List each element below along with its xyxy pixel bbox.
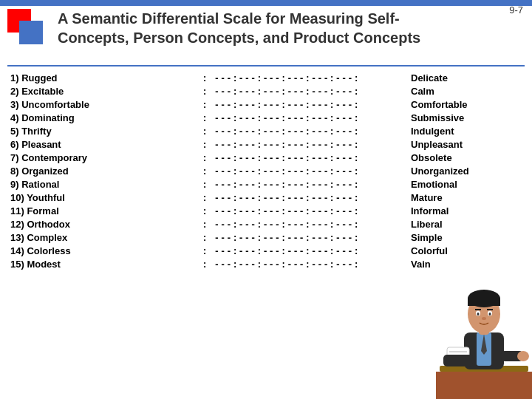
scale-marks: : ---:---:---:---:---:---: (155, 167, 406, 177)
svg-point-15 (482, 317, 486, 320)
scale-marks: : ---:---:---:---:---:---: (155, 127, 406, 137)
svg-point-12 (489, 313, 491, 316)
accent-squares (7, 9, 52, 53)
right-concept-label: Mature (406, 192, 525, 203)
scale-marks: : ---:---:---:---:---:---: (155, 247, 406, 257)
title-block: A Semantic Differential Scale for Measur… (58, 9, 488, 47)
table-row: 7) Contemporary: ---:---:---:---:---:---… (7, 152, 525, 164)
left-concept-label: 8) Organized (7, 166, 155, 177)
slide-number: 9-7 (509, 4, 523, 16)
left-concept-label: 11) Formal (7, 205, 155, 216)
table-row: 12) Orthodox: ---:---:---:---:---:---: L… (7, 219, 525, 231)
scale-marks: : ---:---:---:---:---:---: (155, 180, 406, 191)
right-concept-label: Calm (406, 86, 525, 97)
table-row: 11) Formal: ---:---:---:---:---:---: Inf… (7, 205, 525, 217)
table-row: 14) Colorless: ---:---:---:---:---:---: … (7, 245, 525, 257)
left-concept-label: 9) Rational (7, 179, 155, 190)
table-row: 8) Organized: ---:---:---:---:---:---: U… (7, 166, 525, 177)
right-concept-label: Colorful (406, 245, 525, 256)
table-row: 9) Rational: ---:---:---:---:---:---: Em… (7, 179, 525, 191)
table-row: 1) Rugged: ---:---:---:---:---:---: Deli… (7, 72, 525, 84)
right-concept-label: Indulgent (406, 126, 525, 137)
left-concept-label: 10) Youthful (7, 192, 155, 203)
left-concept-label: 3) Uncomfortable (7, 99, 155, 110)
scale-marks: : ---:---:---:---:---:---: (155, 207, 406, 217)
person-illustration (436, 281, 532, 399)
table-row: 4) Dominating: ---:---:---:---:---:---: … (7, 112, 525, 124)
left-concept-label: 13) Complex (7, 232, 155, 243)
scale-marks: : ---:---:---:---:---:---: (155, 194, 406, 204)
right-concept-label: Obsolete (406, 152, 525, 163)
right-concept-label: Liberal (406, 219, 525, 230)
table-row: 2) Excitable: ---:---:---:---:---:---: C… (7, 86, 525, 98)
scale-marks: : ---:---:---:---:---:---: (155, 140, 406, 151)
scale-marks: : ---:---:---:---:---:---: (155, 220, 406, 231)
title-divider (7, 65, 525, 66)
table-row: 3) Uncomfortable: ---:---:---:---:---:--… (7, 99, 525, 111)
scale-marks: : ---:---:---:---:---:---: (155, 87, 406, 98)
slide-container: 9-7 A Semantic Differential Scale for Me… (0, 0, 532, 399)
scale-marks: : ---:---:---:---:---:---: (155, 233, 406, 244)
right-concept-label: Vain (406, 259, 525, 270)
table-row: 15) Modest: ---:---:---:---:---:---: Vai… (7, 259, 525, 270)
right-concept-label: Submissive (406, 112, 525, 123)
scale-marks: : ---:---:---:---:---:---: (155, 100, 406, 111)
left-concept-label: 6) Pleasant (7, 139, 155, 150)
scale-table: 1) Rugged: ---:---:---:---:---:---: Deli… (7, 72, 525, 270)
left-concept-label: 5) Thrifty (7, 126, 155, 137)
blue-square (19, 21, 43, 44)
right-concept-label: Unpleasant (406, 139, 525, 150)
right-concept-label: Simple (406, 232, 525, 243)
table-row: 5) Thrifty: ---:---:---:---:---:---: Ind… (7, 126, 525, 137)
right-concept-label: Comfortable (406, 99, 525, 110)
table-row: 10) Youthful: ---:---:---:---:---:---: M… (7, 192, 525, 204)
svg-rect-8 (468, 299, 500, 306)
table-row: 13) Complex: ---:---:---:---:---:---: Si… (7, 232, 525, 244)
top-bar (0, 0, 532, 6)
left-concept-label: 4) Dominating (7, 112, 155, 123)
scale-marks: : ---:---:---:---:---:---: (155, 260, 406, 270)
right-concept-label: Unorganized (406, 166, 525, 177)
scale-marks: : ---:---:---:---:---:---: (155, 74, 406, 84)
table-row: 6) Pleasant: ---:---:---:---:---:---: Un… (7, 139, 525, 151)
svg-rect-1 (436, 372, 532, 399)
right-concept-label: Delicate (406, 72, 525, 83)
scale-marks: : ---:---:---:---:---:---: (155, 154, 406, 164)
left-concept-label: 14) Colorless (7, 245, 155, 256)
svg-point-22 (517, 351, 529, 361)
left-concept-label: 15) Modest (7, 259, 155, 270)
left-concept-label: 12) Orthodox (7, 219, 155, 230)
scale-marks: : ---:---:---:---:---:---: (155, 114, 406, 124)
left-concept-label: 1) Rugged (7, 72, 155, 83)
right-concept-label: Emotional (406, 179, 525, 190)
svg-point-11 (477, 313, 480, 316)
slide-title: A Semantic Differential Scale for Measur… (58, 9, 488, 47)
left-concept-label: 2) Excitable (7, 86, 155, 97)
left-concept-label: 7) Contemporary (7, 152, 155, 163)
right-concept-label: Informal (406, 205, 525, 216)
svg-rect-20 (443, 355, 473, 366)
